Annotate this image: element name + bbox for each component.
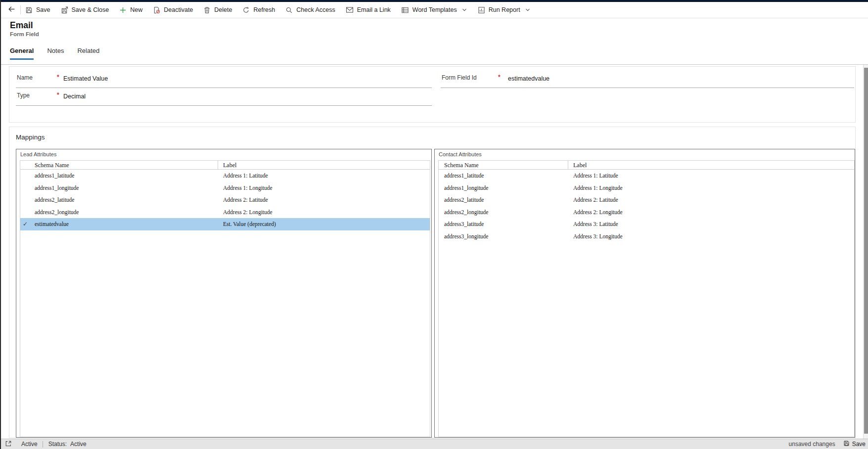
toolbar-button-label: Refresh <box>253 6 275 13</box>
type-field-value[interactable]: Decimal <box>63 93 86 100</box>
status-label: Status: <box>48 441 67 448</box>
label-cell: Address 2: Latitude <box>573 194 618 206</box>
report-icon <box>478 6 485 14</box>
toolbar-button-label: Save <box>36 6 50 13</box>
form-field-id-value[interactable]: estimatedvalue <box>508 75 549 82</box>
toolbar-button-deactivate[interactable]: Deactivate <box>153 6 193 14</box>
toolbar-button-label: Email a Link <box>357 6 391 13</box>
mapping-row-address1_latitude[interactable]: address1_latitudeAddress 1: Latitude <box>439 170 854 182</box>
label-cell: Address 3: Longitude <box>573 230 623 243</box>
name-field-label: Name <box>17 74 33 81</box>
toolbar-button-save-close[interactable]: Save & Close <box>61 6 109 14</box>
browser-top-strip <box>0 0 868 2</box>
chevron-down-icon <box>525 7 531 13</box>
tab-related[interactable]: Related <box>77 47 99 60</box>
mappings-section-card: Mappings Lead Attributes Schema NameLabe… <box>9 127 856 438</box>
lead-attributes-panel: Lead Attributes Schema NameLabeladdress1… <box>16 149 432 438</box>
required-asterisk: * <box>57 91 59 98</box>
lead-attributes-title: Lead Attributes <box>20 151 56 157</box>
label-cell: Est. Value (deprecated) <box>223 218 276 230</box>
mapping-row-address2_longitude[interactable]: address2_longitudeAddress 2: Longitude <box>439 206 854 219</box>
label-cell: Address 1: Latitude <box>223 170 268 182</box>
toolbar-button-check-access[interactable]: Check Access <box>285 6 335 14</box>
command-bar: SaveSave & CloseNewDeactivateDeleteRefre… <box>0 2 868 18</box>
mapping-row-address1_longitude[interactable]: address1_longitudeAddress 1: Longitude <box>20 182 430 194</box>
chevron-down-icon <box>461 7 467 13</box>
label-cell: Address 1: Latitude <box>573 170 618 182</box>
popout-icon <box>5 440 12 449</box>
toolbar-button-new[interactable]: New <box>119 6 142 14</box>
form-field-id-field: Form Field Id * estimatedvalue <box>441 71 854 88</box>
toolbar-button-label: Run Report <box>489 6 520 13</box>
schema-name-cell: estimatedvalue <box>35 218 69 230</box>
schema-name-cell: address2_longitude <box>35 206 79 219</box>
record-state: Active <box>21 441 38 448</box>
trash-icon <box>203 6 211 14</box>
label-cell: Address 2: Longitude <box>573 206 623 219</box>
mapping-row-address1_latitude[interactable]: address1_latitudeAddress 1: Latitude <box>20 170 430 182</box>
toolbar-button-label: Check Access <box>296 6 335 13</box>
statusbar-save-label: Save <box>852 441 866 448</box>
check-access-icon <box>285 6 293 14</box>
label-cell: Address 2: Longitude <box>223 206 273 219</box>
table-header-row: Schema NameLabel <box>439 161 854 170</box>
toolbar-button-label: Delete <box>214 6 232 13</box>
schema-name-cell: address2_latitude <box>35 194 74 206</box>
column-header-schema-name: Schema Name <box>444 161 479 170</box>
form-section-card: Name * Estimated Value Type * Decimal Fo… <box>9 66 856 123</box>
toolbar-button-word-templates[interactable]: Word Templates <box>401 6 467 14</box>
back-button[interactable] <box>5 3 18 16</box>
mapping-row-address2_longitude[interactable]: address2_longitudeAddress 2: Longitude <box>20 206 430 219</box>
schema-name-cell: address3_longitude <box>444 230 488 243</box>
toolbar-button-label: Save & Close <box>72 6 109 13</box>
toolbar-button-delete[interactable]: Delete <box>203 6 232 14</box>
toolbar-button-label: New <box>130 6 142 13</box>
column-header-schema-name: Schema Name <box>35 161 69 170</box>
mapping-row-estimatedvalue[interactable]: ✓estimatedvalueEst. Value (deprecated) <box>20 218 430 230</box>
email-icon <box>346 6 354 13</box>
toolbar-button-refresh[interactable]: Refresh <box>242 6 275 14</box>
word-icon <box>401 6 409 14</box>
save-close-icon <box>61 6 68 14</box>
contact-attributes-title: Contact Attributes <box>439 151 482 157</box>
label-cell: Address 2: Latitude <box>223 194 268 206</box>
selected-check-icon: ✓ <box>23 218 28 230</box>
status-value: Active <box>70 441 87 448</box>
vertical-scrollbar[interactable] <box>863 65 868 439</box>
mapping-row-address2_latitude[interactable]: address2_latitudeAddress 2: Latitude <box>20 194 430 206</box>
schema-name-cell: address1_latitude <box>444 170 484 182</box>
page-subtitle: Form Field <box>10 31 39 37</box>
schema-name-cell: address1_longitude <box>444 182 488 194</box>
schema-name-cell: address1_latitude <box>35 170 74 182</box>
contact-attributes-panel: Contact Attributes Schema NameLabeladdre… <box>434 149 855 438</box>
app-window: SaveSave & CloseNewDeactivateDeleteRefre… <box>0 0 868 449</box>
tab-notes[interactable]: Notes <box>47 47 64 60</box>
mapping-row-address2_latitude[interactable]: address2_latitudeAddress 2: Latitude <box>439 194 854 206</box>
mapping-row-address3_latitude[interactable]: address3_latitudeAddress 3: Latitude <box>439 218 854 230</box>
toolbar-button-label: Deactivate <box>164 6 193 13</box>
label-cell: Address 1: Longitude <box>573 182 623 194</box>
tab-strip: GeneralNotesRelated <box>10 47 99 60</box>
type-field-label: Type <box>17 92 30 99</box>
statusbar-save-button[interactable]: Save <box>843 440 866 448</box>
toolbar-button-email-a-link[interactable]: Email a Link <box>346 6 391 13</box>
type-field: Type * Decimal <box>16 89 432 106</box>
name-field-value[interactable]: Estimated Value <box>63 75 108 82</box>
scrollbar-thumb[interactable] <box>864 68 868 434</box>
back-arrow-icon <box>7 5 16 15</box>
schema-name-cell: address2_longitude <box>444 206 488 219</box>
table-header-row: Schema NameLabel <box>20 161 430 170</box>
toolbar-button-save[interactable]: Save <box>25 6 50 14</box>
mapping-row-address3_longitude[interactable]: address3_longitudeAddress 3: Longitude <box>439 230 854 243</box>
name-field: Name * Estimated Value <box>16 71 432 88</box>
content-divider <box>0 64 868 65</box>
schema-name-cell: address3_latitude <box>444 218 484 230</box>
column-header-label: Label <box>573 161 587 170</box>
tab-general[interactable]: General <box>10 47 34 60</box>
toolbar-separator <box>20 5 21 14</box>
toolbar-button-run-report[interactable]: Run Report <box>478 6 531 14</box>
deactivate-icon <box>153 6 160 14</box>
plus-icon <box>119 6 127 14</box>
mapping-row-address1_longitude[interactable]: address1_longitudeAddress 1: Longitude <box>439 182 854 194</box>
popout-button[interactable] <box>5 440 12 449</box>
